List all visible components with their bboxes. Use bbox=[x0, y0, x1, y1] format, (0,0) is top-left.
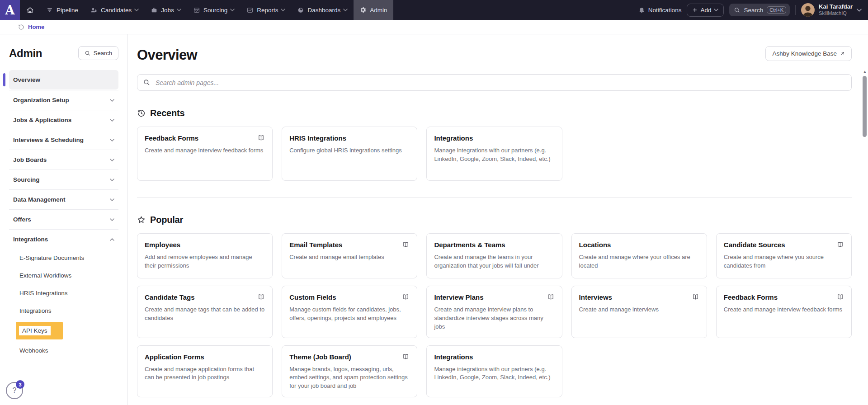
card-title: HRIS Integrations bbox=[289, 134, 346, 142]
admin-card-integrations[interactable]: IntegrationsManage integrations with our… bbox=[426, 345, 562, 398]
sidebar-item-offers[interactable]: Offers bbox=[9, 210, 118, 230]
nav-item-sourcing[interactable]: Sourcing bbox=[187, 0, 241, 20]
sidebar-subitem-integrations[interactable]: Integrations bbox=[9, 302, 118, 320]
nav-item-jobs[interactable]: Jobs bbox=[145, 0, 187, 20]
avatar bbox=[801, 3, 815, 17]
admin-card-feedback-forms[interactable]: Feedback FormsCreate and manage intervie… bbox=[137, 127, 273, 181]
history-icon bbox=[137, 109, 146, 118]
scrollbar[interactable]: ▲ bbox=[863, 70, 867, 402]
sidebar-item-sourcing[interactable]: Sourcing bbox=[9, 170, 118, 190]
card-title: Theme (Job Board) bbox=[289, 353, 351, 361]
card-description: Create and manage where you source candi… bbox=[724, 253, 844, 270]
bell-icon bbox=[638, 7, 645, 14]
user-menu[interactable]: Kai Tarafdar SkillMatchIQ bbox=[801, 3, 862, 17]
card-header: Interviews bbox=[579, 292, 699, 301]
admin-card-candidate-sources[interactable]: Candidate SourcesCreate and manage where… bbox=[716, 233, 852, 278]
main-nav: PipelineCandidatesJobsSourcingReportsDas… bbox=[40, 0, 393, 20]
add-button[interactable]: Add bbox=[687, 4, 724, 17]
admin-card-departments-teams[interactable]: Departments & TeamsCreate and manage the… bbox=[426, 233, 562, 278]
chevron-down-icon bbox=[110, 159, 114, 161]
user-name: Kai Tarafdar bbox=[819, 4, 853, 10]
sidebar-item-overview[interactable]: Overview bbox=[9, 70, 118, 89]
nav-item-dashboards[interactable]: Dashboards bbox=[291, 0, 354, 20]
admin-card-email-templates[interactable]: Email TemplatesCreate and manage email t… bbox=[282, 233, 417, 278]
card-header: Application Forms bbox=[145, 352, 265, 361]
nav-item-label: Dashboards bbox=[307, 7, 340, 14]
card-header: Custom Fields bbox=[289, 292, 410, 301]
admin-card-candidate-tags[interactable]: Candidate TagsCreate and manage tags tha… bbox=[137, 286, 273, 338]
notifications-button[interactable]: Notifications bbox=[638, 7, 682, 14]
card-header: Locations bbox=[579, 240, 699, 249]
chevron-down-icon bbox=[110, 99, 114, 102]
admin-card-employees[interactable]: EmployeesAdd and remove employees and ma… bbox=[137, 233, 273, 278]
home-button[interactable] bbox=[20, 0, 40, 20]
sidebar-title: Admin bbox=[9, 47, 42, 60]
admin-card-custom-fields[interactable]: Custom FieldsManage custom fields for ca… bbox=[282, 286, 417, 338]
sidebar-nav-list: OverviewOrganization SetupJobs & Applica… bbox=[9, 70, 118, 359]
recents-section-header: Recents bbox=[137, 108, 852, 118]
nav-item-reports[interactable]: Reports bbox=[241, 0, 291, 20]
card-title: Feedback Forms bbox=[145, 134, 198, 142]
pipeline-icon bbox=[46, 7, 53, 14]
chevron-down-icon bbox=[714, 9, 718, 11]
card-header: Departments & Teams bbox=[434, 240, 554, 249]
card-title: Departments & Teams bbox=[434, 241, 505, 249]
docs-book-icon bbox=[402, 353, 410, 360]
card-header: Interview Plans bbox=[434, 292, 554, 301]
nav-item-label: Reports bbox=[257, 7, 278, 14]
docs-book-icon bbox=[836, 293, 844, 301]
nav-item-label: Sourcing bbox=[203, 7, 227, 14]
admin-card-hris-integrations[interactable]: HRIS IntegrationsConfigure global HRIS i… bbox=[282, 127, 417, 181]
breadcrumb-home-link[interactable]: Home bbox=[28, 24, 44, 30]
topbar-divider bbox=[795, 5, 796, 15]
docs-book-icon bbox=[257, 293, 265, 301]
knowledge-base-label: Ashby Knowledge Base bbox=[772, 50, 837, 57]
sidebar-item-jobs-applications[interactable]: Jobs & Applications bbox=[9, 110, 118, 130]
chevron-down-icon bbox=[177, 9, 181, 11]
nav-item-admin[interactable]: Admin bbox=[354, 0, 393, 20]
sidebar-subitem-e-signature-documents[interactable]: E-Signature Documents bbox=[9, 249, 118, 267]
admin-card-theme-job-board-[interactable]: Theme (Job Board)Manage brands, logos, m… bbox=[282, 345, 417, 398]
global-search-button[interactable]: Search Ctrl+K bbox=[729, 4, 790, 16]
docs-book-icon bbox=[402, 241, 410, 248]
card-description: Create and manage where your offices are… bbox=[579, 253, 699, 270]
search-highlight: API Keys bbox=[16, 322, 63, 339]
search-icon bbox=[734, 7, 740, 13]
sidebar-item-label: Interviews & Scheduling bbox=[13, 137, 84, 143]
admin-pages-search-input[interactable] bbox=[137, 74, 852, 91]
nav-item-candidates[interactable]: Candidates bbox=[84, 0, 145, 20]
sidebar-subitem-hris-integrations[interactable]: HRIS Integrations bbox=[9, 284, 118, 302]
card-description: Create and manage interview feedback for… bbox=[145, 146, 265, 155]
recents-title: Recents bbox=[150, 108, 184, 118]
card-title: Integrations bbox=[434, 353, 473, 361]
sidebar-subitem-api-keys[interactable]: API Keys bbox=[9, 320, 118, 342]
help-button[interactable]: ? 3 bbox=[6, 382, 23, 399]
chevron-down-icon bbox=[110, 179, 114, 181]
scrollbar-up-arrow[interactable]: ▲ bbox=[863, 70, 867, 74]
sidebar-item-organization-setup[interactable]: Organization Setup bbox=[9, 90, 118, 110]
sidebar-subitem-external-workflows[interactable]: External Workflows bbox=[9, 267, 118, 284]
sidebar-search-button[interactable]: Search bbox=[78, 46, 118, 60]
gear-icon bbox=[359, 6, 367, 14]
card-title: Candidate Sources bbox=[724, 241, 785, 249]
admin-card-feedback-forms[interactable]: Feedback FormsCreate and manage intervie… bbox=[716, 286, 852, 338]
sidebar-item-data-management[interactable]: Data Management bbox=[9, 190, 118, 210]
admin-card-application-forms[interactable]: Application FormsCreate and manage appli… bbox=[137, 345, 273, 398]
admin-card-interview-plans[interactable]: Interview PlansCreate and manage intervi… bbox=[426, 286, 562, 338]
scrollbar-thumb[interactable] bbox=[863, 76, 867, 137]
sidebar-subitem-label: E-Signature Documents bbox=[19, 254, 84, 261]
search-icon bbox=[85, 50, 90, 56]
sidebar-subitem-webhooks[interactable]: Webhooks bbox=[9, 342, 118, 359]
sidebar-item-integrations[interactable]: Integrations bbox=[9, 230, 118, 249]
nav-item-pipeline[interactable]: Pipeline bbox=[40, 0, 84, 20]
sourcing-icon bbox=[193, 7, 200, 14]
admin-card-interviews[interactable]: InterviewsCreate and manage interviews bbox=[571, 286, 707, 338]
admin-card-locations[interactable]: LocationsCreate and manage where your of… bbox=[571, 233, 707, 278]
knowledge-base-button[interactable]: Ashby Knowledge Base bbox=[765, 46, 852, 61]
sidebar-item-job-boards[interactable]: Job Boards bbox=[9, 150, 118, 170]
admin-card-integrations[interactable]: IntegrationsManage integrations with our… bbox=[426, 127, 562, 181]
sidebar-subitem-label: Webhooks bbox=[19, 347, 48, 354]
sidebar-item-interviews-scheduling[interactable]: Interviews & Scheduling bbox=[9, 130, 118, 150]
card-title: Email Templates bbox=[289, 241, 342, 249]
ashby-logo[interactable]: A bbox=[0, 0, 20, 20]
